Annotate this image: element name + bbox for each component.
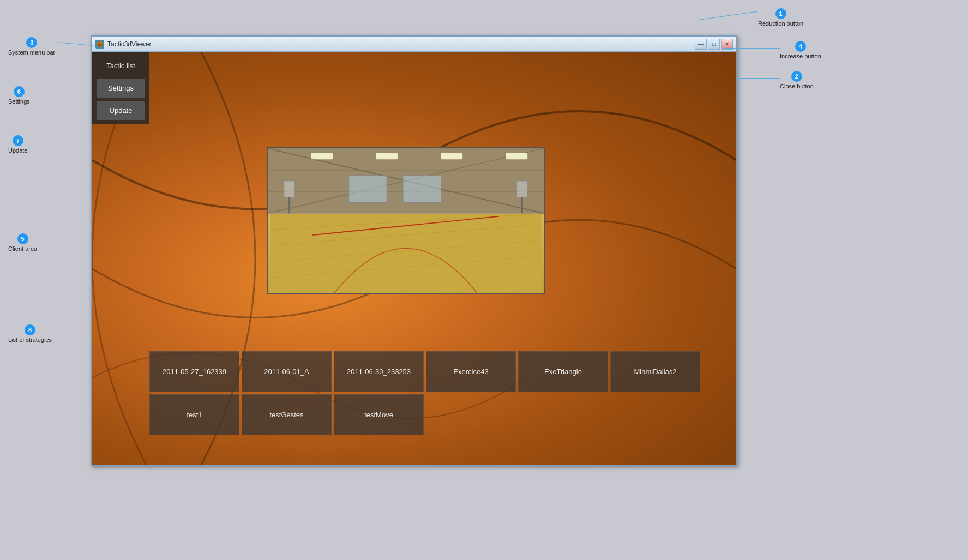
window-controls: — □ ✕ (695, 39, 733, 50)
svg-rect-17 (403, 176, 441, 203)
annotation-1: 1 Reduction button (758, 8, 803, 27)
strategy-item-6[interactable]: MiamiDallas2 (610, 351, 700, 392)
annotation-1-line (700, 11, 757, 20)
svg-rect-12 (284, 181, 295, 197)
close-button[interactable]: ✕ (721, 39, 733, 50)
annotation-8: 8 List of strategies (8, 324, 52, 343)
strategy-grid: 2011-05-27_162339 2011-06-01_A 2011-06-3… (149, 351, 700, 435)
menu-update[interactable]: Update (97, 101, 145, 120)
strategy-item-9[interactable]: testMove (334, 394, 424, 435)
maximize-button[interactable]: □ (708, 39, 720, 50)
annotation-7-line (49, 142, 95, 142)
svg-rect-13 (516, 181, 527, 197)
annotation-4: 4 Increase button (780, 41, 821, 59)
strategy-item-2[interactable]: 2011-06-01_A (242, 351, 332, 392)
svg-rect-9 (376, 153, 398, 159)
annotation-5: 5 Client area (8, 233, 37, 252)
svg-rect-8 (311, 153, 333, 159)
annotation-5-line (56, 240, 94, 240)
annotation-3-line (57, 42, 93, 46)
strategy-item-7[interactable]: test1 (149, 394, 239, 435)
strategy-item-1[interactable]: 2011-05-27_162339 (149, 351, 239, 392)
annotation-6-line (55, 93, 95, 93)
app-icon (95, 40, 104, 49)
annotation-3: 3 System menu bar (8, 37, 55, 56)
strategy-item-3[interactable]: 2011-06-30_233253 (334, 351, 424, 392)
annotation-2-line (736, 78, 780, 79)
court-floor (268, 214, 544, 293)
svg-rect-11 (506, 153, 528, 159)
court-preview (267, 147, 545, 294)
court-ceiling (268, 148, 544, 214)
window-title: Tactic3dViewer (107, 40, 695, 48)
annotation-2: 2 Close button (780, 71, 814, 89)
svg-rect-10 (441, 153, 462, 159)
menu-tactic-list[interactable]: Tactic list (97, 56, 145, 75)
svg-rect-16 (349, 176, 387, 203)
menu-settings[interactable]: Settings (97, 79, 145, 98)
annotation-6: 6 Settings (8, 86, 30, 105)
minimize-button[interactable]: — (695, 39, 707, 50)
left-menu: Tactic list Settings Update (92, 52, 149, 124)
strategy-item-5[interactable]: ExoTriangle (518, 351, 608, 392)
strategy-item-4[interactable]: Exercice43 (426, 351, 516, 392)
client-area: Tactic list Settings Update (92, 52, 736, 465)
annotation-7: 7 Update (8, 135, 27, 154)
title-bar: Tactic3dViewer — □ ✕ (92, 37, 736, 52)
strategy-item-8[interactable]: testGestes (242, 394, 332, 435)
app-window: Tactic3dViewer — □ ✕ Tactic list Setting (91, 35, 737, 466)
